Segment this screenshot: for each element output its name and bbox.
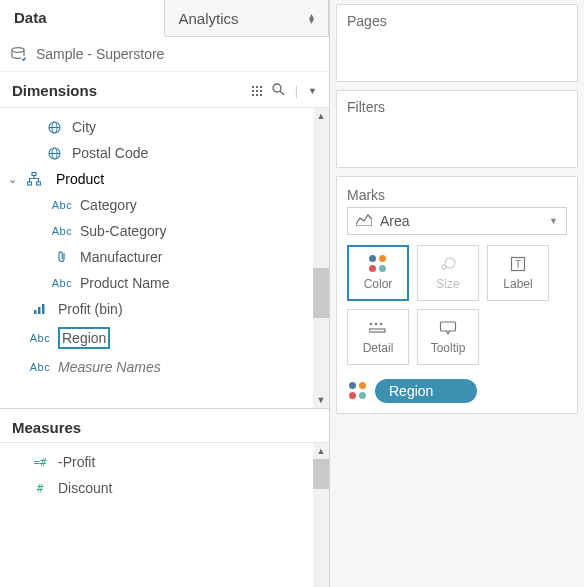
size-icon xyxy=(438,255,458,273)
tab-analytics[interactable]: Analytics ▴▾ xyxy=(165,0,330,36)
svg-rect-14 xyxy=(38,307,41,314)
menu-dropdown-icon[interactable]: ▼ xyxy=(308,86,317,96)
color-pill-row: Region xyxy=(347,379,567,403)
field-manufacturer[interactable]: Manufacturer xyxy=(0,244,329,270)
scrollbar-thumb[interactable] xyxy=(313,268,329,318)
card-label: Color xyxy=(364,277,393,291)
chevron-down-icon: ▼ xyxy=(549,216,558,226)
field-category[interactable]: Abc Category xyxy=(0,192,329,218)
mark-property-cards: Color Size T Label Detail Tooltip xyxy=(347,245,567,365)
measures-title: Measures xyxy=(0,408,329,443)
tab-data[interactable]: Data xyxy=(0,0,165,37)
string-icon: Abc xyxy=(52,199,72,211)
measures-tree: =# -Profit # Discount ▲ xyxy=(0,443,329,587)
pages-shelf[interactable]: Pages xyxy=(336,4,578,82)
hierarchy-icon xyxy=(24,172,44,186)
string-icon: Abc xyxy=(30,332,50,344)
field-label: Postal Code xyxy=(72,145,148,161)
string-icon: Abc xyxy=(52,277,72,289)
scrollbar-thumb[interactable] xyxy=(313,459,329,489)
tooltip-card[interactable]: Tooltip xyxy=(417,309,479,365)
number-icon: # xyxy=(30,482,50,495)
svg-rect-10 xyxy=(32,173,36,176)
svg-point-21 xyxy=(375,323,378,326)
svg-point-0 xyxy=(12,48,24,53)
search-icon[interactable] xyxy=(272,83,285,99)
attachment-icon xyxy=(52,250,72,264)
scrollbar-vertical[interactable]: ▲ ▼ xyxy=(313,108,329,408)
card-label: Tooltip xyxy=(431,341,466,355)
field-profit-bin[interactable]: Profit (bin) xyxy=(0,296,329,322)
string-icon: Abc xyxy=(52,225,72,237)
datasource-row[interactable]: Sample - Superstore xyxy=(0,37,329,72)
view-as-table-icon[interactable] xyxy=(252,86,262,96)
sort-icon: ▴▾ xyxy=(309,13,314,23)
area-icon xyxy=(356,213,372,229)
field-label: City xyxy=(72,119,96,135)
scroll-up-icon[interactable]: ▲ xyxy=(313,443,329,459)
field-postal-code[interactable]: Postal Code xyxy=(0,140,329,166)
field-label: -Profit xyxy=(58,454,95,470)
datasource-icon xyxy=(10,45,28,63)
field-product-hierarchy[interactable]: ⌄ Product xyxy=(0,166,329,192)
field-city[interactable]: City xyxy=(0,114,329,140)
field-product-name[interactable]: Abc Product Name xyxy=(0,270,329,296)
filters-shelf[interactable]: Filters xyxy=(336,90,578,168)
field-sub-category[interactable]: Abc Sub-Category xyxy=(0,218,329,244)
field-label: Manufacturer xyxy=(80,249,162,265)
field-label: Sub-Category xyxy=(80,223,166,239)
detail-card[interactable]: Detail xyxy=(347,309,409,365)
string-icon: Abc xyxy=(30,361,50,373)
field-label: Discount xyxy=(58,480,112,496)
tab-analytics-label: Analytics xyxy=(179,10,239,27)
dimensions-header: Dimensions | ▼ xyxy=(0,72,329,108)
dimensions-tree: City Postal Code ⌄ Product Abc Category … xyxy=(0,108,329,408)
field-label: Measure Names xyxy=(58,359,161,375)
card-label: Size xyxy=(436,277,459,291)
dimensions-title: Dimensions xyxy=(12,82,97,99)
detail-icon xyxy=(369,319,387,337)
svg-point-2 xyxy=(273,84,281,92)
pane-tabs: Data Analytics ▴▾ xyxy=(0,0,329,37)
field-label: Product xyxy=(56,171,104,187)
marks-title: Marks xyxy=(347,187,567,203)
mark-type-label: Area xyxy=(380,213,410,229)
field-region[interactable]: Abc Region xyxy=(0,322,329,354)
field-label: Product Name xyxy=(80,275,169,291)
field-measure-names[interactable]: Abc Measure Names xyxy=(0,354,329,380)
svg-rect-15 xyxy=(42,304,45,314)
region-pill[interactable]: Region xyxy=(375,379,477,403)
field-label: Region xyxy=(58,327,110,349)
label-icon: T xyxy=(510,255,526,273)
data-pane: Data Analytics ▴▾ Sample - Superstore Di… xyxy=(0,0,330,587)
field-discount[interactable]: # Discount xyxy=(0,475,329,501)
chevron-down-icon: ⌄ xyxy=(8,173,18,186)
card-label: Detail xyxy=(363,341,394,355)
scrollbar-vertical[interactable]: ▲ xyxy=(313,443,329,587)
field-neg-profit[interactable]: =# -Profit xyxy=(0,449,329,475)
mark-type-dropdown[interactable]: Area ▼ xyxy=(347,207,567,235)
svg-rect-12 xyxy=(37,182,41,185)
label-card[interactable]: T Label xyxy=(487,245,549,301)
svg-rect-13 xyxy=(34,310,37,314)
cards-pane: Pages Filters Marks Area ▼ Color Size xyxy=(330,0,584,587)
svg-line-3 xyxy=(280,91,284,95)
card-label: Label xyxy=(503,277,532,291)
size-card[interactable]: Size xyxy=(417,245,479,301)
svg-text:T: T xyxy=(515,259,521,270)
dimensions-toolbar: | ▼ xyxy=(252,83,317,99)
globe-icon xyxy=(44,147,64,160)
svg-point-20 xyxy=(370,323,373,326)
color-icon[interactable] xyxy=(347,382,369,400)
svg-rect-11 xyxy=(28,182,32,185)
scroll-up-icon[interactable]: ▲ xyxy=(313,108,329,124)
color-card[interactable]: Color xyxy=(347,245,409,301)
scroll-down-icon[interactable]: ▼ xyxy=(313,392,329,408)
color-icon xyxy=(369,255,387,273)
marks-card: Marks Area ▼ Color Size T Label xyxy=(336,176,578,414)
svg-point-17 xyxy=(445,258,455,268)
tooltip-icon xyxy=(439,319,457,337)
field-label: Category xyxy=(80,197,137,213)
pages-title: Pages xyxy=(347,13,567,29)
globe-icon xyxy=(44,121,64,134)
